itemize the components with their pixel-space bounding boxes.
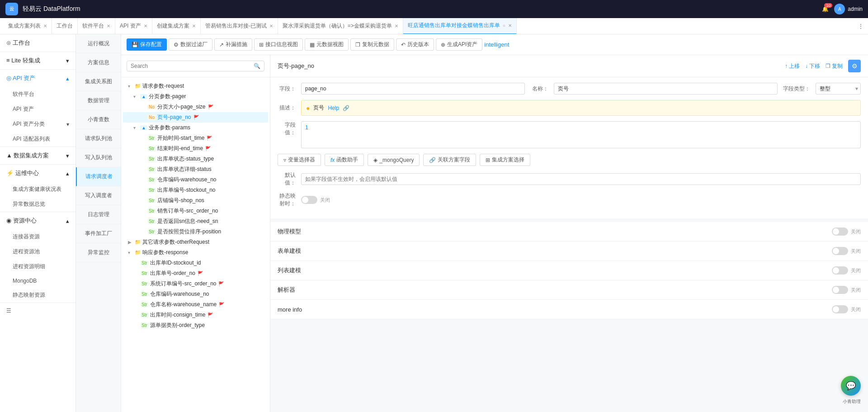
tree-row-page-no[interactable]: Nо 页号-page_no 🚩	[123, 112, 268, 123]
static-map-switch[interactable]	[301, 196, 317, 204]
copy-data-button[interactable]: ❐ 复制元数据	[350, 38, 394, 51]
chat-helper-button[interactable]: 💬	[841, 376, 861, 396]
second-item-solution-info[interactable]: 方案信息	[76, 53, 121, 72]
tree-row-status-type[interactable]: Str 出库单状态-status_type	[123, 154, 268, 164]
tree-row-stockout-id[interactable]: Str 出库单ID-stockout_id	[123, 258, 268, 268]
tree-row-warehouse-no2[interactable]: Str 仓库编码-warehouse_no	[123, 289, 268, 299]
second-item-overview[interactable]: 运行概况	[76, 34, 121, 53]
sidebar-ops-header[interactable]: ⚡ 运维中心 ▴	[0, 165, 75, 182]
sidebar-item-proc-pool[interactable]: 进程资源池	[0, 244, 75, 259]
interface-info-button[interactable]: ⊞ 接口信息视图	[254, 38, 303, 51]
help-link[interactable]: Help	[328, 105, 339, 111]
tab-集成方案列表[interactable]: 集成方案列表 ✕	[4, 18, 52, 34]
move-down-button[interactable]: ↓ 下移	[805, 62, 820, 70]
list-model-switch[interactable]	[832, 266, 848, 275]
tree-row-need-sn[interactable]: Str 是否返回sn信息-need_sn	[123, 216, 268, 227]
tree-row-src-order-no2[interactable]: Str 系统订单编号-src_order_no 🚩	[123, 279, 268, 289]
tab-more-button[interactable]: ⋮	[854, 23, 868, 29]
tab-close-active-icon[interactable]: ✕	[508, 23, 512, 28]
tab-聚水潭[interactable]: 聚水潭采购退货单（确认）=>金蝶采购退货单 ✕	[278, 18, 403, 34]
parser-switch[interactable]	[832, 286, 848, 294]
sidebar-item-proc-detail[interactable]: 进程资源明细	[0, 259, 75, 274]
second-item-log-mgmt[interactable]: 日志管理	[76, 205, 121, 224]
tab-软件平台[interactable]: 软件平台 ✕	[78, 18, 115, 34]
tab-工作台[interactable]: 工作台	[52, 18, 78, 34]
tab-api资产[interactable]: API 资产 ✕	[115, 18, 152, 34]
tree-toggle-pager[interactable]: ▾	[133, 94, 139, 99]
notification-bell[interactable]: 🔔 10	[822, 6, 829, 12]
tab-close-icon[interactable]: ✕	[144, 24, 147, 28]
tree-row-order-no[interactable]: Str 出库单号-order_no 🚩	[123, 268, 268, 279]
form-model-switch[interactable]	[832, 247, 848, 255]
sidebar-item-connector[interactable]: 连接器资源	[0, 229, 75, 244]
second-item-data-mgmt[interactable]: 数据管理	[76, 91, 121, 110]
second-item-write-scheduler[interactable]: 写入调度者	[76, 186, 121, 205]
tree-row-other-request[interactable]: ▶ 📁 其它请求参数-otherRequest	[123, 237, 268, 247]
save-config-button[interactable]: 💾 保存配置	[127, 38, 167, 51]
tree-row-stockout-no[interactable]: Str 出库单编号-stockout_no	[123, 185, 268, 195]
search-input[interactable]	[131, 63, 254, 69]
second-item-write-queue[interactable]: 写入队列池	[76, 148, 121, 167]
sidebar-data-header[interactable]: ▲ 数据集成方案 ▾	[0, 147, 75, 164]
sidebar-item-health[interactable]: 集成方案健康状况表	[0, 182, 75, 197]
copy-button[interactable]: ❐ 复制	[826, 62, 843, 70]
second-item-req-queue[interactable]: 请求队列池	[76, 129, 121, 148]
sidebar-api-header[interactable]: ◎ API 资产 ▴	[0, 70, 75, 87]
second-item-anomaly-monitor[interactable]: 异常监控	[76, 243, 121, 262]
tab-close-icon[interactable]: ✕	[107, 24, 110, 28]
tree-row-page-size[interactable]: Nо 分页大小-page_size 🚩	[123, 102, 268, 112]
tree-row-end-time[interactable]: Str 结束时间-end_time 🚩	[123, 143, 268, 154]
sidebar-item-mongodb[interactable]: MongoDB	[0, 274, 75, 288]
sidebar-item-anomaly[interactable]: 异常数据总览	[0, 197, 75, 212]
default-input[interactable]	[301, 173, 861, 185]
sidebar-workbench-header[interactable]: ⊙ 工作台	[0, 34, 75, 52]
var-selector-button[interactable]: ▿ 变量选择器	[278, 154, 321, 166]
tree-toggle-request-params[interactable]: ▾	[128, 84, 133, 89]
tab-close-icon[interactable]: ✕	[192, 24, 196, 28]
tab-旺店通[interactable]: 旺店通销售出库单对接金蝶销售出库单 ○ ✕	[403, 18, 517, 34]
admin-menu[interactable]: A admin	[834, 4, 863, 14]
sidebar-item-api-adapter[interactable]: API 适配器列表	[0, 132, 75, 147]
tree-toggle-response[interactable]: ▾	[128, 250, 133, 255]
tab-close-icon[interactable]: ✕	[43, 24, 47, 28]
move-up-button[interactable]: ↑ 上移	[785, 62, 800, 70]
sidebar-resource-header[interactable]: ◉ 资源中心 ▴	[0, 212, 75, 229]
more-info-switch[interactable]	[832, 305, 848, 313]
tree-row-start-time[interactable]: Str 开始时间-start_time 🚩	[123, 133, 268, 143]
sidebar-collapse-btn[interactable]: ☰	[0, 303, 75, 318]
meta-view-button[interactable]: ▦ 元数据视图	[305, 38, 349, 51]
tree-toggle-params[interactable]: ▾	[133, 125, 139, 130]
settings-button[interactable]: ⚙	[848, 60, 861, 72]
tree-row-consign-time[interactable]: Str 出库时间-consign_time 🚩	[123, 310, 268, 320]
sidebar-item-static-map[interactable]: 静态映射资源	[0, 288, 75, 303]
tab-创建集成方案[interactable]: 创建集成方案 ✕	[152, 18, 201, 34]
second-item-integration-map[interactable]: 集成关系图	[76, 72, 121, 91]
second-item-event-factory[interactable]: 事件加工厂	[76, 224, 121, 243]
solution-select-button[interactable]: ⊞ 集成方案选择	[480, 154, 530, 166]
tree-row-params[interactable]: ▾ ▲ 业务参数-params	[123, 123, 268, 133]
tree-row-warehouse-name[interactable]: Str 仓库名称-warehouse_name 🚩	[123, 299, 268, 310]
field-value-box[interactable]: 1	[301, 121, 861, 148]
history-button[interactable]: ↶ 历史版本	[396, 38, 434, 51]
tree-row-warehouse-no[interactable]: Str 仓库编码-warehouse_no	[123, 175, 268, 185]
tree-row-order-type[interactable]: Str 源单据类别-order_type	[123, 320, 268, 331]
data-filter-button[interactable]: ⚙ 数据过滤厂	[169, 38, 212, 51]
tab-close-icon[interactable]: ✕	[269, 24, 273, 28]
sidebar-item-software[interactable]: 软件平台	[0, 87, 75, 102]
tree-row-pager[interactable]: ▾ ▲ 分页参数-pager	[123, 91, 268, 102]
type-select[interactable]: 整型 字符串 数值	[816, 83, 861, 95]
sidebar-item-api-category[interactable]: API 资产分类 ▾	[0, 117, 75, 132]
name-input[interactable]	[554, 83, 778, 95]
related-field-button[interactable]: 🔗 关联方案字段	[423, 154, 476, 166]
tree-row-position[interactable]: Str 是否按照货位排序-position	[123, 227, 268, 237]
tab-管易销售[interactable]: 管易销售出库对接-已测试 ✕	[201, 18, 278, 34]
tree-toggle-other[interactable]: ▶	[128, 240, 133, 245]
func-helper-button[interactable]: fx 函数助手	[325, 154, 364, 166]
tab-close-icon[interactable]: ○	[503, 23, 505, 28]
tree-row-src-order-no[interactable]: Str 销售订单号-src_order_no	[123, 206, 268, 216]
sidebar-lite-header[interactable]: ≡ Lite 轻集成 ▾	[0, 52, 75, 69]
tree-row-request-params[interactable]: ▾ 📁 请求参数-request	[123, 81, 268, 91]
second-item-xiaojing[interactable]: 小青查数	[76, 110, 121, 129]
tree-row-response[interactable]: ▾ 📁 响应参数-response	[123, 247, 268, 258]
tree-row-status[interactable]: Str 出库单状态详细-status	[123, 164, 268, 175]
